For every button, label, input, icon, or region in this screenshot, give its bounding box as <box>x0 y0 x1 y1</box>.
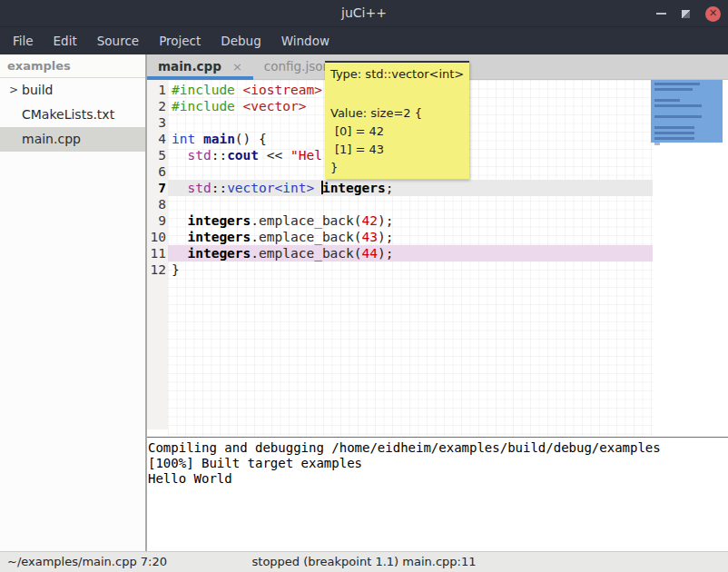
minimap-code-line <box>654 104 702 107</box>
minimap-code-line <box>654 99 680 102</box>
gutter-line-number[interactable]: 4 <box>147 131 168 147</box>
tab-label: config.json <box>264 59 330 74</box>
minimap-code-line <box>654 83 700 85</box>
sidebar-item-label: build <box>22 78 53 103</box>
titlebar[interactable]: juCi++ ✕ <box>0 0 728 27</box>
line-number-gutter[interactable]: 123456789101112 <box>147 80 168 429</box>
restore-icon[interactable] <box>682 10 690 18</box>
gutter-line-number[interactable]: 2 <box>147 98 168 114</box>
minimap-code-line <box>654 126 694 129</box>
sidebar-item-main-cpp[interactable]: main.cpp <box>0 127 145 152</box>
code-line[interactable]: std::vector<int> integers; <box>168 180 653 196</box>
window-controls: ✕ <box>656 0 721 27</box>
menu-item-file[interactable]: File <box>5 27 42 54</box>
code-line[interactable] <box>168 196 653 212</box>
output-console[interactable]: Compiling and debugging /home/eidheim/ex… <box>147 438 728 551</box>
tooltip-value-block: Value: size=2 {[0] = 42[1] = 43} <box>330 104 464 177</box>
tab-label: main.cpp <box>158 59 221 74</box>
menu-item-project[interactable]: Project <box>151 27 209 54</box>
tooltip-value-line: Value: size=2 { <box>330 104 464 123</box>
gutter-line-number[interactable]: 10 <box>147 229 168 245</box>
chevron-right-icon[interactable]: > <box>9 78 18 103</box>
minimap-code-line <box>654 88 693 91</box>
menu-item-debug[interactable]: Debug <box>212 27 269 54</box>
gutter-line-number[interactable]: 9 <box>147 212 168 229</box>
minimap-slider[interactable] <box>651 80 723 143</box>
window-title: juCi++ <box>0 5 728 20</box>
minimap-code-line <box>654 143 660 145</box>
sidebar-item-cmakelists-txt[interactable]: CMakeLists.txt <box>0 103 145 127</box>
menubar: FileEditSourceProjectDebugWindow <box>0 27 728 54</box>
sidebar-item-label: CMakeLists.txt <box>22 103 114 127</box>
gutter-line-number[interactable]: 6 <box>147 163 168 180</box>
sidebar-item-label: main.cpp <box>22 127 81 152</box>
debug-value-tooltip: Type: std::vector<int> Value: size=2 {[0… <box>325 61 469 179</box>
code-line[interactable]: } <box>168 261 653 278</box>
minimap-code-line <box>654 137 694 140</box>
tooltip-value-line: } <box>330 159 464 177</box>
file-tree: >buildCMakeLists.txtmain.cpp <box>0 78 145 152</box>
output-line: Hello World <box>148 471 728 487</box>
gutter-line-number[interactable]: 12 <box>147 261 168 278</box>
menu-item-source[interactable]: Source <box>89 27 147 54</box>
output-line: [100%] Built target examples <box>148 456 728 471</box>
tooltip-value-line: [0] = 42 <box>330 123 464 141</box>
file-location-text: ~/examples/main.cpp 7:20 <box>7 555 167 568</box>
tree-column-header[interactable]: examples <box>0 54 145 78</box>
tab-main-cpp[interactable]: main.cpp× <box>147 54 253 80</box>
gutter-line-number[interactable]: 3 <box>147 114 168 131</box>
menu-item-window[interactable]: Window <box>273 27 338 54</box>
gutter-line-number[interactable]: 1 <box>147 82 168 98</box>
code-line[interactable]: integers.emplace_back(42); <box>168 212 653 229</box>
gutter-line-number[interactable]: 8 <box>147 196 168 212</box>
tooltip-value-line: [1] = 43 <box>330 141 464 159</box>
close-icon[interactable]: ✕ <box>705 6 721 22</box>
statusbar: stopped (breakpoint 1.1) main.cpp:11 ~/e… <box>0 551 728 572</box>
sidebar-item-build[interactable]: >build <box>0 78 145 103</box>
code-line[interactable]: integers.emplace_back(43); <box>168 229 653 245</box>
code-line[interactable]: integers.emplace_back(44); <box>168 245 653 261</box>
menu-item-edit[interactable]: Edit <box>45 27 85 54</box>
minimize-icon[interactable] <box>656 13 666 15</box>
gutter-line-number[interactable]: 5 <box>147 147 168 163</box>
tooltip-type-line: Type: std::vector<int> <box>330 66 464 82</box>
output-line: Compiling and debugging /home/eidheim/ex… <box>148 440 728 456</box>
tab-close-icon[interactable]: × <box>232 60 242 74</box>
minimap-code-line <box>654 115 702 118</box>
app-window: juCi++ ✕ FileEditSourceProjectDebugWindo… <box>0 0 728 572</box>
file-tree-sidebar: examples >buildCMakeLists.txtmain.cpp <box>0 54 145 551</box>
gutter-line-number[interactable]: 7 <box>147 180 168 196</box>
gutter-line-number[interactable]: 11 <box>147 245 168 261</box>
minimap-code-line <box>654 132 694 134</box>
